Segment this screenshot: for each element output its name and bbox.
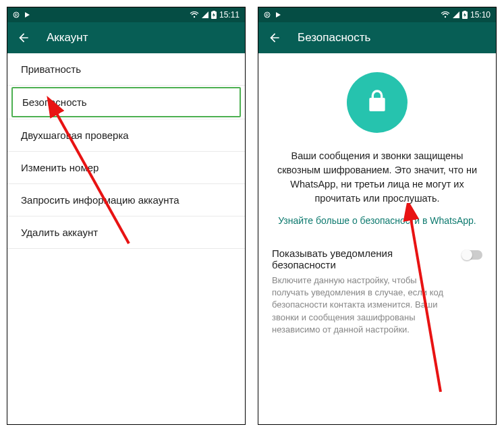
svg-point-3 <box>194 16 195 18</box>
phone-security: R 15:10 Безопасность <box>258 7 497 425</box>
list-item-security[interactable]: Безопасность <box>11 87 241 117</box>
encryption-description: Ваши сообщения и звонки защищены сквозны… <box>272 149 482 206</box>
svg-marker-12 <box>276 12 281 18</box>
list-item-change-number[interactable]: Изменить номер <box>7 152 245 184</box>
play-icon <box>24 11 30 18</box>
svg-point-13 <box>445 16 446 18</box>
list-item-delete-account[interactable]: Удалить аккаунт <box>7 216 245 249</box>
app-bar: Аккаунт <box>7 22 245 53</box>
security-notifications-setting[interactable]: Показывать уведомления безопасности Вклю… <box>272 242 482 336</box>
svg-marker-4 <box>202 11 208 18</box>
setting-subtitle: Включите данную настройку, чтобы получат… <box>272 274 454 336</box>
account-list: Приватность Безопасность Двухшаговая про… <box>7 53 245 424</box>
setting-title: Показывать уведомления безопасности <box>272 248 454 270</box>
svg-rect-16 <box>464 11 466 12</box>
status-bar: R 15:10 <box>258 7 496 22</box>
r-icon: R <box>13 11 20 18</box>
signal-icon <box>202 11 208 18</box>
list-item-request-info[interactable]: Запросить информацию аккаунта <box>7 184 245 216</box>
phone-account: R 15:11 Аккаунт Приватность Безопасност <box>7 7 246 425</box>
svg-rect-6 <box>213 11 215 12</box>
svg-marker-2 <box>25 12 30 18</box>
lock-hero <box>272 72 482 133</box>
list-item-privacy[interactable]: Приватность <box>7 53 245 86</box>
wifi-icon <box>190 11 199 18</box>
back-button[interactable] <box>17 31 30 45</box>
wifi-icon <box>441 11 450 18</box>
screen-title: Безопасность <box>298 31 370 45</box>
battery-icon <box>462 11 468 19</box>
app-bar: Безопасность <box>258 22 496 53</box>
notifications-toggle[interactable] <box>462 250 482 260</box>
status-time: 15:11 <box>219 10 240 20</box>
lock-icon <box>364 88 391 117</box>
status-time: 15:10 <box>470 10 491 20</box>
security-content: Ваши сообщения и звонки защищены сквозны… <box>258 53 496 424</box>
lock-circle <box>347 72 408 133</box>
r-icon: R <box>264 11 271 18</box>
svg-text:R: R <box>265 13 269 18</box>
play-icon <box>275 11 281 18</box>
svg-marker-14 <box>453 11 459 18</box>
signal-icon <box>453 11 459 18</box>
screen-title: Аккаунт <box>47 31 88 45</box>
list-item-two-step[interactable]: Двухшаговая проверка <box>7 119 245 152</box>
battery-icon <box>211 11 217 19</box>
back-button[interactable] <box>268 31 281 45</box>
status-bar: R 15:11 <box>7 7 245 22</box>
learn-more-link[interactable]: Узнайте больше о безопасности в WhatsApp… <box>272 215 482 226</box>
svg-text:R: R <box>14 13 18 18</box>
